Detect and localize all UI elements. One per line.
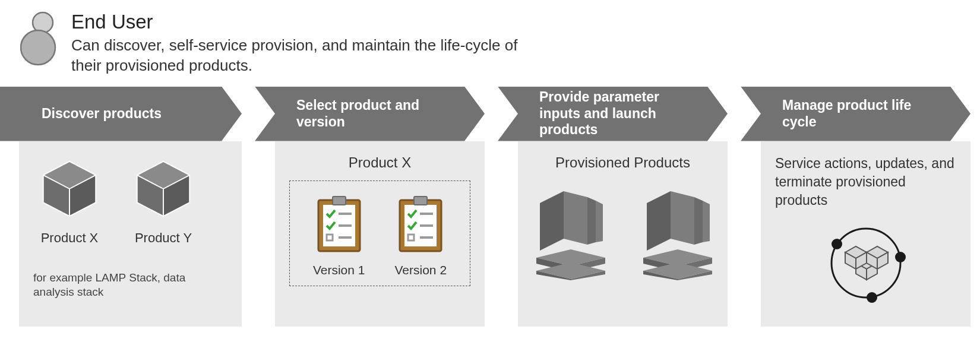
step-select: Select product and version Product X (255, 87, 485, 327)
workflow-lane: Discover products Product (0, 87, 980, 327)
discover-caption: for example LAMP Stack, data analysis st… (33, 271, 211, 300)
provisioned-title: Provisioned Products (532, 154, 713, 171)
selected-product-title: Product X (289, 154, 470, 171)
step-manage-label: Manage product life cycle (782, 97, 947, 130)
end-user-icon (20, 11, 61, 70)
lifecycle-icon (775, 221, 956, 308)
product-x: Product X (40, 159, 99, 246)
svg-marker-39 (703, 201, 710, 242)
step-discover: Discover products Product (0, 87, 242, 327)
product-x-label: Product X (40, 230, 99, 246)
step-launch-arrow: Provide parameter inputs and launch prod… (498, 87, 728, 141)
svg-marker-27 (564, 191, 587, 245)
step-select-panel: Product X (275, 141, 485, 327)
step-discover-arrow: Discover products (0, 87, 242, 141)
header-subtitle: Can discover, self-service provision, an… (71, 36, 523, 76)
step-manage-panel: Service actions, updates, and terminate … (761, 141, 970, 327)
svg-marker-38 (694, 197, 703, 245)
manage-text: Service actions, updates, and terminate … (775, 154, 956, 210)
version-2: Version 2 (395, 194, 447, 277)
version-1-label: Version 1 (313, 263, 365, 277)
step-launch-label: Provide parameter inputs and launch prod… (539, 89, 704, 138)
svg-point-47 (832, 239, 842, 249)
clipboard-icon (315, 242, 363, 256)
version-1: Version 1 (313, 194, 365, 277)
step-launch: Provide parameter inputs and launch prod… (498, 87, 728, 327)
step-select-label: Select product and version (296, 97, 461, 130)
cube-icon (134, 207, 192, 221)
svg-rect-14 (333, 197, 346, 205)
svg-rect-21 (414, 197, 427, 205)
svg-marker-36 (647, 191, 671, 251)
svg-point-0 (33, 12, 53, 33)
svg-point-48 (895, 252, 906, 262)
version-2-label: Version 2 (395, 263, 447, 277)
svg-marker-26 (540, 191, 564, 251)
step-manage: Manage product life cycle Service action… (741, 87, 970, 327)
step-discover-label: Discover products (42, 106, 162, 122)
cube-icon (40, 207, 99, 221)
step-discover-panel: Product X Product Y (19, 141, 242, 327)
server-stack-icon (528, 185, 611, 284)
step-launch-panel: Provisioned Products (518, 141, 728, 327)
product-y-label: Product Y (134, 230, 192, 246)
header-text-block: End User Can discover, self-service prov… (71, 11, 523, 76)
header-title: End User (71, 11, 523, 33)
server-stack-icon (635, 185, 718, 284)
product-y: Product Y (134, 159, 192, 246)
svg-marker-29 (596, 201, 603, 242)
step-select-arrow: Select product and version (255, 87, 485, 141)
diagram-header: End User Can discover, self-service prov… (0, 6, 980, 87)
versions-box: Version 1 (289, 180, 470, 286)
svg-point-1 (21, 30, 55, 65)
step-manage-arrow: Manage product life cycle (741, 87, 970, 141)
svg-point-49 (867, 292, 877, 303)
svg-marker-28 (587, 197, 596, 245)
clipboard-icon (396, 242, 445, 256)
svg-marker-37 (671, 191, 694, 245)
